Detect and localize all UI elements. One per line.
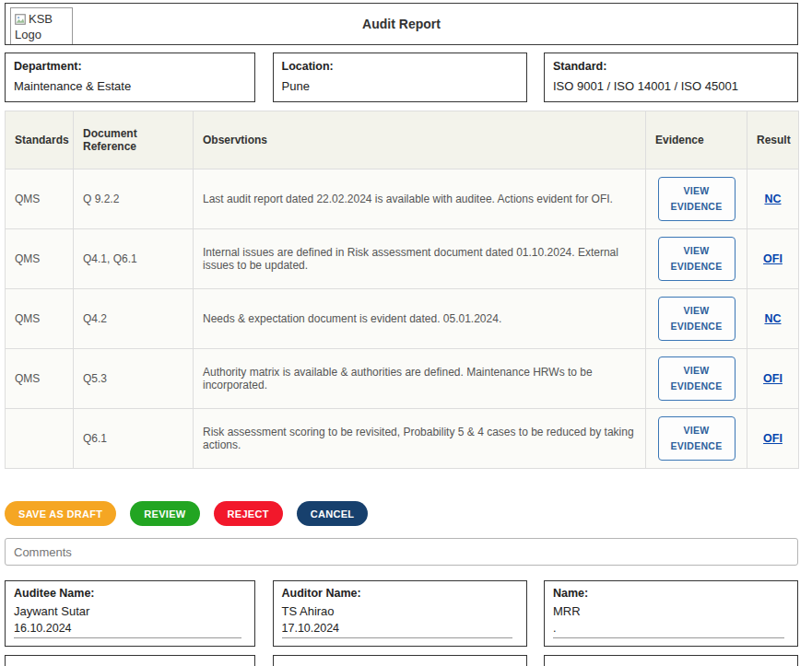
standard-cell: QMS — [6, 289, 74, 349]
mrr-signature-box: Name: MRR — [544, 580, 798, 647]
table-row: QMS Q 9.2.2 Last audit report dated 22.0… — [6, 169, 799, 229]
audit-report-page: KSB Logo Audit Report Department: Mainte… — [0, 0, 803, 666]
table-row: QMS Q4.1, Q6.1 Internal issues are defin… — [6, 229, 799, 289]
view-evidence-button[interactable]: VIEW EVIDENCE — [658, 416, 736, 461]
auditee-name-label: Auditee Name: — [14, 587, 246, 600]
doc-ref-cell: Q 9.2.2 — [74, 169, 194, 229]
result-link[interactable]: NC — [764, 312, 781, 325]
column-header-observations: Observtions — [194, 111, 646, 169]
standard-cell — [6, 409, 74, 469]
observation-cell: Needs & expectation document is evident … — [194, 289, 646, 349]
signatures-row: Auditee Name: Jaywant Sutar Auditor Name… — [5, 580, 798, 647]
broken-image-icon — [15, 14, 26, 25]
comments-input[interactable] — [5, 538, 798, 566]
doc-ref-cell: Q4.2 — [74, 289, 194, 349]
auditee-date-input[interactable] — [14, 622, 241, 638]
column-header-result: Result — [747, 111, 799, 169]
auditee-name-value: Jaywant Sutar — [14, 604, 246, 618]
standard-value: ISO 9001 / ISO 14001 / ISO 45001 — [553, 79, 789, 93]
table-row: QMS Q5.3 Authority matrix is available &… — [6, 349, 799, 409]
view-evidence-button[interactable]: VIEW EVIDENCE — [658, 237, 736, 281]
standard-cell: QMS — [6, 349, 74, 409]
auditor-name-value: TS Ahirao — [282, 604, 518, 618]
standard-cell: QMS — [6, 169, 74, 229]
standard-label: Standard: — [553, 60, 789, 73]
auditor-name-label: Auditor Name: — [282, 587, 518, 600]
clipped-box — [273, 655, 527, 666]
department-value: Maintenance & Estate — [14, 79, 246, 93]
observation-cell: Last audit report dated 22.02.2024 is av… — [194, 169, 646, 229]
view-evidence-button[interactable]: VIEW EVIDENCE — [658, 177, 736, 221]
reject-button[interactable]: REJECT — [214, 501, 283, 526]
column-header-standards: Standards — [6, 111, 74, 169]
auditor-date-input[interactable] — [282, 622, 513, 638]
save-as-draft-button[interactable]: SAVE AS DRAFT — [5, 501, 116, 526]
doc-ref-cell: Q4.1, Q6.1 — [74, 229, 194, 289]
location-label: Location: — [282, 60, 518, 73]
audit-table: Standards Document Reference Observtions… — [5, 111, 799, 469]
location-value: Pune — [282, 79, 518, 93]
standard-cell: QMS — [6, 229, 74, 289]
result-link[interactable]: OFI — [763, 432, 783, 445]
location-field: Location: Pune — [273, 53, 527, 102]
actions-row: SAVE AS DRAFT REVIEW REJECT CANCEL — [5, 501, 798, 526]
observation-cell: Risk assessment scoring to be revisited,… — [194, 409, 646, 469]
mrr-name-value: MRR — [553, 604, 789, 618]
department-label: Department: — [14, 60, 246, 73]
view-evidence-button[interactable]: VIEW EVIDENCE — [658, 297, 736, 341]
ksb-logo: KSB Logo — [10, 7, 73, 45]
view-evidence-button[interactable]: VIEW EVIDENCE — [658, 356, 736, 401]
info-fields-row: Department: Maintenance & Estate Locatio… — [5, 53, 798, 102]
observation-cell: Authority matrix is available & authorit… — [194, 349, 646, 409]
column-header-evidence: Evidence — [646, 111, 747, 169]
result-link[interactable]: OFI — [763, 372, 783, 385]
table-row: QMS Q4.2 Needs & expectation document is… — [6, 289, 799, 349]
standard-field: Standard: ISO 9001 / ISO 14001 / ISO 450… — [544, 53, 798, 102]
clipped-bottom-row — [5, 655, 798, 666]
mrr-name-label: Name: — [553, 587, 789, 600]
review-button[interactable]: REVIEW — [130, 501, 199, 526]
observation-cell: Internal issues are defined in Risk asse… — [194, 229, 646, 289]
auditee-signature-box: Auditee Name: Jaywant Sutar — [5, 580, 255, 647]
report-header: KSB Logo Audit Report — [5, 3, 798, 45]
auditor-signature-box: Auditor Name: TS Ahirao — [273, 580, 527, 647]
result-link[interactable]: NC — [764, 193, 781, 205]
result-link[interactable]: OFI — [763, 252, 783, 265]
clipped-box — [5, 655, 255, 666]
doc-ref-cell: Q5.3 — [74, 349, 194, 409]
cancel-button[interactable]: CANCEL — [297, 501, 369, 526]
column-header-document-reference: Document Reference — [74, 111, 194, 169]
table-row: Q6.1 Risk assessment scoring to be revis… — [6, 409, 799, 469]
page-title: Audit Report — [362, 17, 441, 31]
doc-ref-cell: Q6.1 — [74, 409, 194, 469]
department-field: Department: Maintenance & Estate — [5, 53, 255, 102]
table-header-row: Standards Document Reference Observtions… — [6, 111, 799, 169]
clipped-box — [544, 655, 798, 666]
mrr-date-input[interactable] — [553, 622, 784, 638]
